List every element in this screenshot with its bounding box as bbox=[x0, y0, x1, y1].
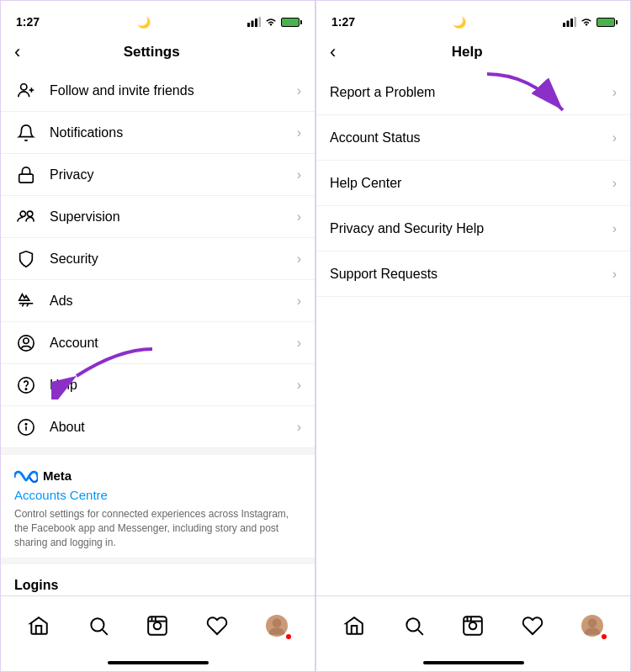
svg-point-37 bbox=[469, 622, 477, 629]
account-status-chevron: › bbox=[612, 130, 617, 146]
svg-point-12 bbox=[24, 338, 29, 343]
reels-icon-right bbox=[462, 615, 484, 637]
avatar-nav-right[interactable] bbox=[574, 607, 611, 644]
home-bar-left bbox=[108, 661, 209, 664]
svg-rect-28 bbox=[563, 23, 565, 27]
reels-nav-left[interactable] bbox=[139, 607, 176, 644]
accounts-centre-link[interactable]: Accounts Centre bbox=[14, 488, 301, 502]
avatar-dot-right bbox=[602, 634, 607, 639]
security-icon bbox=[14, 247, 38, 271]
battery-icon-right bbox=[597, 18, 615, 27]
status-icons-left bbox=[247, 17, 300, 27]
logins-title: Logins bbox=[14, 578, 301, 593]
notifications-chevron: › bbox=[297, 125, 301, 140]
svg-point-41 bbox=[587, 618, 597, 627]
meta-section: Meta Accounts Centre Control settings fo… bbox=[1, 448, 315, 558]
svg-point-20 bbox=[91, 618, 103, 631]
help-item-report[interactable]: Report a Problem › bbox=[316, 70, 630, 115]
menu-item-security[interactable]: Security › bbox=[1, 238, 315, 280]
bottom-nav-right bbox=[316, 595, 630, 654]
status-icons-right bbox=[563, 17, 615, 27]
settings-list: Follow and invite friends › Notification… bbox=[1, 70, 315, 595]
svg-rect-30 bbox=[570, 19, 573, 27]
moon-icon-left: 🌙 bbox=[137, 16, 151, 29]
home-icon-left bbox=[28, 615, 50, 637]
help-list: Report a Problem › Account Status › Help… bbox=[316, 70, 630, 595]
menu-item-follow[interactable]: Follow and invite friends › bbox=[1, 70, 315, 112]
menu-item-privacy[interactable]: Privacy › bbox=[1, 154, 315, 196]
heart-icon-right bbox=[522, 615, 544, 637]
avatar-svg-right bbox=[581, 615, 603, 637]
help-item-account-status[interactable]: Account Status › bbox=[316, 115, 630, 161]
help-center-label: Help Center bbox=[330, 176, 612, 191]
svg-point-9 bbox=[20, 211, 25, 216]
menu-item-ads[interactable]: Ads › bbox=[1, 280, 315, 322]
help-label: Help bbox=[50, 378, 297, 393]
menu-item-help[interactable]: Help › bbox=[1, 364, 315, 406]
wifi-icon-right bbox=[580, 17, 593, 27]
moon-icon-right: 🌙 bbox=[453, 16, 466, 29]
svg-point-10 bbox=[27, 211, 32, 216]
supervision-label: Supervision bbox=[50, 209, 297, 225]
meta-logo-icon bbox=[14, 469, 38, 483]
heart-nav-right[interactable] bbox=[514, 607, 551, 644]
signal-icon-left bbox=[247, 17, 261, 27]
search-nav-right[interactable] bbox=[395, 607, 432, 644]
svg-point-34 bbox=[406, 618, 419, 631]
avatar-icon-left bbox=[266, 615, 288, 637]
status-bar-left: 1:27 🌙 bbox=[1, 1, 315, 38]
svg-point-14 bbox=[25, 388, 26, 389]
account-status-label: Account Status bbox=[330, 130, 612, 146]
logins-section: Logins Add account bbox=[1, 558, 315, 595]
svg-point-32 bbox=[586, 24, 587, 25]
heart-icon-left bbox=[206, 615, 228, 637]
account-chevron: › bbox=[297, 336, 301, 351]
help-item-help-center[interactable]: Help Center › bbox=[316, 161, 630, 206]
support-chevron: › bbox=[612, 267, 617, 282]
follow-label: Follow and invite friends bbox=[50, 83, 297, 98]
menu-item-about[interactable]: About › bbox=[1, 406, 315, 448]
help-chevron: › bbox=[297, 378, 301, 393]
back-button-left[interactable]: ‹ bbox=[14, 43, 20, 61]
svg-point-23 bbox=[154, 622, 162, 629]
help-item-privacy-security[interactable]: Privacy and Security Help › bbox=[316, 206, 630, 251]
time-right: 1:27 bbox=[331, 15, 355, 29]
report-chevron: › bbox=[612, 85, 617, 100]
help-icon bbox=[14, 373, 38, 397]
help-title: Help bbox=[346, 44, 588, 61]
about-icon bbox=[14, 415, 38, 439]
privacy-security-chevron: › bbox=[612, 221, 617, 236]
home-nav-left[interactable] bbox=[20, 607, 57, 644]
menu-item-supervision[interactable]: Supervision › bbox=[1, 196, 315, 238]
svg-rect-8 bbox=[19, 174, 34, 183]
avatar-nav-left[interactable] bbox=[258, 607, 295, 644]
menu-item-notifications[interactable]: Notifications › bbox=[1, 112, 315, 154]
bottom-nav-left bbox=[1, 595, 315, 654]
svg-point-5 bbox=[21, 83, 27, 89]
svg-rect-1 bbox=[252, 21, 254, 28]
home-bar-right bbox=[423, 661, 524, 664]
heart-nav-left[interactable] bbox=[199, 607, 236, 644]
nav-bar-left: ‹ Settings bbox=[1, 38, 315, 70]
avatar-icon-right bbox=[581, 615, 603, 637]
help-center-chevron: › bbox=[612, 176, 617, 191]
security-label: Security bbox=[50, 251, 297, 267]
svg-rect-36 bbox=[464, 616, 483, 635]
support-label: Support Requests bbox=[330, 267, 612, 282]
ads-label: Ads bbox=[50, 294, 297, 309]
menu-item-account[interactable]: Account › bbox=[1, 322, 315, 364]
back-button-right[interactable]: ‹ bbox=[330, 43, 336, 61]
help-item-support[interactable]: Support Requests › bbox=[316, 251, 630, 297]
home-nav-right[interactable] bbox=[336, 607, 373, 644]
privacy-chevron: › bbox=[297, 167, 301, 183]
svg-point-19 bbox=[25, 423, 26, 424]
reels-nav-right[interactable] bbox=[454, 607, 491, 644]
search-nav-left[interactable] bbox=[80, 607, 117, 644]
avatar-svg-left bbox=[266, 615, 288, 637]
home-indicator-right bbox=[316, 654, 630, 671]
report-label: Report a Problem bbox=[330, 85, 612, 100]
battery-icon-left bbox=[281, 18, 300, 27]
account-label: Account bbox=[50, 336, 297, 351]
about-chevron: › bbox=[297, 420, 301, 435]
home-icon-right bbox=[343, 615, 365, 637]
